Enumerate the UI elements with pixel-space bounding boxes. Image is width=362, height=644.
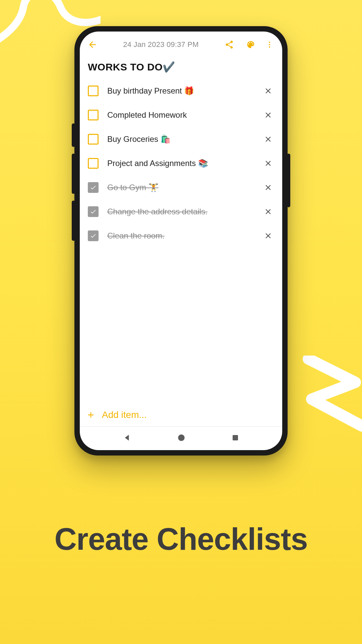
checklist-item: Change the address details. — [82, 200, 280, 224]
checklist-item: Project and Assignments 📚 — [82, 151, 280, 175]
checklist-item: Completed Homework — [82, 103, 280, 127]
triangle-back-icon — [123, 433, 131, 442]
checklist-item: Clean the room. — [82, 224, 280, 248]
remove-item-button[interactable] — [261, 156, 276, 171]
svg-point-2 — [269, 46, 270, 48]
back-arrow-icon — [87, 40, 98, 50]
circle-home-icon — [177, 433, 186, 442]
close-icon — [264, 207, 273, 216]
share-icon — [225, 40, 234, 49]
checklist-item-text[interactable]: Completed Homework — [107, 110, 252, 120]
share-button[interactable] — [220, 35, 239, 54]
checklist-item-text[interactable]: Buy birthday Present 🎁 — [107, 86, 252, 96]
close-icon — [264, 135, 273, 144]
checkbox[interactable] — [88, 86, 99, 96]
close-icon — [264, 183, 273, 192]
phone-frame: 24 Jan 2023 09:37 PM WORKS TO DO✔️ — [74, 26, 288, 455]
nav-back-button[interactable] — [123, 433, 131, 443]
more-vert-icon — [265, 41, 274, 49]
checkbox[interactable] — [88, 230, 99, 241]
checklist: Buy birthday Present 🎁Completed Homework… — [80, 79, 282, 248]
close-icon — [264, 111, 273, 119]
checklist-item-text[interactable]: Clean the room. — [107, 231, 252, 240]
checklist-item: Buy birthday Present 🎁 — [82, 79, 280, 103]
promo-headline: Create Checklists — [0, 522, 362, 557]
checkbox[interactable] — [88, 110, 99, 120]
checkbox[interactable] — [88, 158, 99, 169]
checklist-item-text[interactable]: Change the address details. — [107, 207, 252, 216]
add-item-label: Add item... — [102, 410, 147, 420]
checkbox[interactable] — [88, 182, 99, 193]
remove-item-button[interactable] — [261, 180, 276, 195]
close-icon — [264, 231, 273, 240]
checklist-item-text[interactable]: Go to Gym 🏋️ — [107, 183, 252, 192]
close-icon — [264, 87, 273, 95]
note-timestamp: 24 Jan 2023 09:37 PM — [105, 40, 217, 49]
svg-rect-4 — [233, 435, 238, 440]
svg-point-3 — [178, 434, 185, 441]
plus-icon — [86, 410, 96, 420]
android-navbar — [80, 427, 282, 450]
remove-item-button[interactable] — [261, 204, 276, 219]
remove-item-button[interactable] — [261, 228, 276, 243]
bg-squiggle-bottom-right — [298, 356, 362, 443]
checkbox[interactable] — [88, 206, 99, 217]
more-button[interactable] — [263, 35, 276, 54]
remove-item-button[interactable] — [261, 84, 276, 98]
svg-point-1 — [269, 44, 270, 45]
svg-point-0 — [269, 42, 270, 43]
checklist-item-text[interactable]: Buy Groceries 🛍️ — [107, 135, 252, 144]
remove-item-button[interactable] — [261, 108, 276, 122]
check-icon — [90, 184, 97, 191]
note-title[interactable]: WORKS TO DO✔️ — [80, 58, 282, 79]
checkbox[interactable] — [88, 134, 99, 145]
remove-item-button[interactable] — [261, 132, 276, 147]
square-recents-icon — [231, 434, 239, 442]
back-button[interactable] — [83, 35, 102, 54]
check-icon — [90, 232, 97, 239]
add-item-row[interactable]: Add item... — [80, 403, 282, 427]
palette-button[interactable] — [241, 35, 260, 54]
app-header: 24 Jan 2023 09:37 PM — [80, 32, 282, 58]
checklist-item: Buy Groceries 🛍️ — [82, 127, 280, 151]
check-icon — [90, 208, 97, 215]
checklist-item: Go to Gym 🏋️ — [82, 175, 280, 200]
nav-recents-button[interactable] — [231, 434, 239, 443]
close-icon — [264, 159, 273, 168]
palette-icon — [246, 40, 255, 49]
checklist-item-text[interactable]: Project and Assignments 📚 — [107, 159, 252, 168]
phone-screen: 24 Jan 2023 09:37 PM WORKS TO DO✔️ — [80, 32, 282, 450]
nav-home-button[interactable] — [177, 433, 186, 443]
